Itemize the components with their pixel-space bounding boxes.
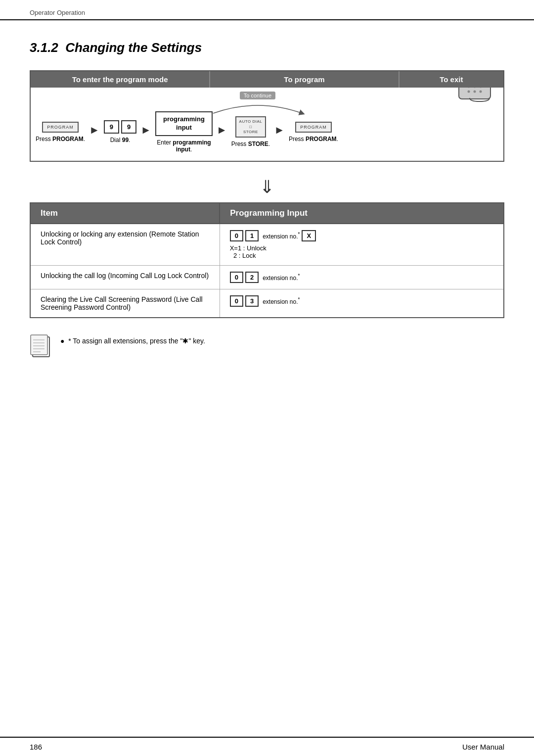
col-programming-input: Programming Input — [220, 203, 504, 224]
table-row: Unlocking the call log (Incoming Call Lo… — [30, 265, 504, 289]
input-row-2: 0 2 extension no.* — [230, 272, 493, 283]
table-row: Clearing the Live Call Screening Passwor… — [30, 289, 504, 318]
page-number: 186 — [30, 743, 42, 751]
programming-table: Item Programming Input Unlocking or lock… — [30, 202, 504, 318]
note-content: * To assign all extensions, press the "✱… — [68, 337, 205, 345]
ext-no-1: extension no.* — [263, 232, 300, 240]
step1-label: Press PROGRAM. — [36, 136, 85, 142]
key-1-1: 1 — [245, 230, 259, 241]
input-row-1: 0 1 extension no.* X — [230, 230, 493, 241]
ext-no-2: extension no.* — [263, 273, 300, 282]
key-9-2: 9 — [121, 120, 136, 134]
note-icon — [30, 333, 52, 362]
flow-content: To continue PROGRAM Press PROGRAM. — [31, 88, 503, 161]
step-dial-99: 9 9 Dial 99. — [104, 120, 136, 143]
program-key-2: PROGRAM — [295, 122, 332, 133]
flow-header-exit: To exit — [400, 71, 503, 88]
arrow-3: ► — [217, 124, 227, 137]
step2-label: Dial 99. — [110, 137, 131, 143]
program-key-1: PROGRAM — [42, 122, 79, 133]
item-1: Unlocking or locking any extension (Remo… — [30, 224, 220, 266]
input-1: 0 1 extension no.* X X=1 : Unlock 2 : Lo… — [220, 224, 504, 266]
section-title: 3.1.2 Changing the Settings — [30, 40, 504, 55]
step-program-exit: PROGRAM Press PROGRAM. — [289, 122, 338, 142]
arrow-2: ► — [140, 124, 151, 137]
top-bar: Operator Operation — [0, 0, 534, 20]
key-x-1: X — [302, 230, 316, 241]
step4-label: Press STORE. — [231, 141, 270, 147]
flow-header-enter: To enter the program mode — [31, 71, 210, 88]
step3-label: Enter programminginput. — [157, 139, 211, 153]
key-0-1: 0 — [230, 230, 243, 241]
flow-headers: To enter the program mode To program To … — [31, 71, 503, 88]
table-row: Unlocking or locking any extension (Remo… — [30, 224, 504, 266]
step-program-press: PROGRAM Press PROGRAM. — [36, 122, 85, 142]
down-arrow: ⇓ — [30, 177, 504, 197]
to-continue-label: To continue — [240, 92, 275, 99]
prog-input-box: programminginput — [155, 111, 213, 136]
input-3: 0 3 extension no.* — [220, 289, 504, 318]
key-0-3: 0 — [230, 295, 243, 307]
bullet: ● — [60, 337, 64, 345]
input-row-3: 0 3 extension no.* — [230, 295, 493, 307]
ext-no-3: extension no.* — [263, 297, 300, 305]
to-continue: To continue — [208, 92, 307, 115]
flow-header-program: To program — [210, 71, 399, 88]
step-store: AUTO DIAL□STORE Press STORE. — [231, 116, 270, 147]
note-text: ● * To assign all extensions, press the … — [60, 333, 205, 345]
key-0-2: 0 — [230, 272, 243, 283]
input-2: 0 2 extension no.* — [220, 265, 504, 289]
flow-diagram: To enter the program mode To program To … — [30, 70, 504, 162]
store-box: AUTO DIAL□STORE — [235, 116, 267, 138]
col-item: Item — [30, 203, 220, 224]
main-content: 3.1.2 Changing the Settings To enter the… — [0, 20, 534, 401]
arrow-4: ► — [274, 124, 285, 137]
key-9-1: 9 — [104, 120, 119, 134]
note-section: ● * To assign all extensions, press the … — [30, 333, 504, 362]
key-3-3: 3 — [245, 295, 259, 307]
step-prog-input: programminginput Enter programminginput. — [155, 111, 213, 153]
step5-label: Press PROGRAM. — [289, 136, 338, 142]
footer-label: User Manual — [462, 743, 504, 751]
item-3: Clearing the Live Call Screening Passwor… — [30, 289, 220, 318]
key-2-2: 2 — [245, 272, 259, 283]
dial-keys: 9 9 — [104, 120, 136, 134]
breadcrumb: Operator Operation — [30, 9, 85, 16]
flow-steps: PROGRAM Press PROGRAM. ► 9 9 Dial 99. ► — [36, 111, 498, 153]
note-1: X=1 : Unlock 2 : Lock — [230, 244, 493, 259]
footer: 186 User Manual — [0, 737, 534, 756]
arrow-1: ► — [89, 124, 100, 137]
item-2: Unlocking the call log (Incoming Call Lo… — [30, 265, 220, 289]
